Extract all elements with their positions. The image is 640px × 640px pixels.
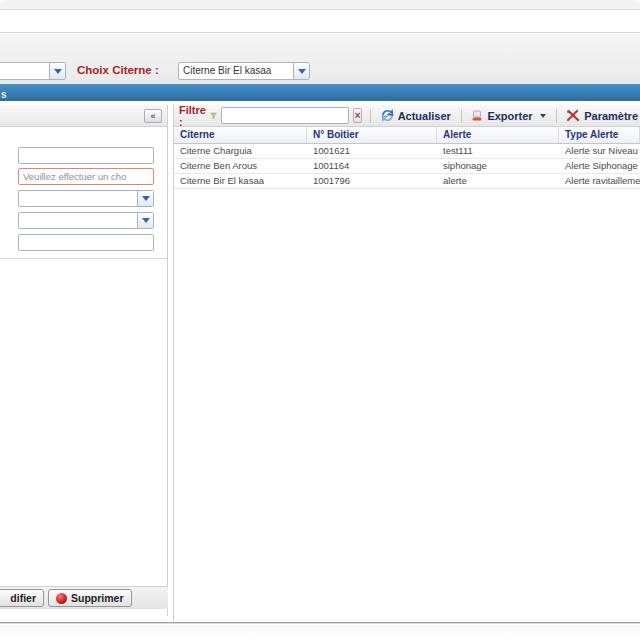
delete-button[interactable]: Supprimer xyxy=(48,589,132,607)
clear-filter-button[interactable]: × xyxy=(353,108,362,123)
refresh-button-label: Actualiser xyxy=(398,110,451,122)
form-combobox-2-value xyxy=(19,213,137,228)
section-title-bar: s xyxy=(0,84,640,101)
export-button-label: Exporter xyxy=(487,110,532,122)
form-field-5[interactable] xyxy=(18,234,154,251)
chevron-down-icon xyxy=(298,69,306,74)
window-bottom-border xyxy=(0,622,640,624)
column-header-citerne[interactable]: Citerne xyxy=(174,127,307,143)
column-header-type-alerte[interactable]: Type Alerte xyxy=(559,127,640,143)
cell-alerte: test111 xyxy=(437,144,559,158)
choix-citerne-label: Choix Citerne : xyxy=(77,64,159,76)
table-row[interactable]: Citerne Bir El kasaa 1001796 alerte Aler… xyxy=(174,174,640,189)
detail-form-panel: « Veuillez effectuer un cho difier xyxy=(0,105,168,616)
app-window: Choix Citerne : Citerne Bir El kasaa s «… xyxy=(0,0,640,640)
form-combobox-2[interactable] xyxy=(18,212,154,229)
modify-button-label: difier xyxy=(10,592,36,604)
left-panel-toolbar: « xyxy=(0,105,167,127)
combo-trigger-button[interactable] xyxy=(137,191,153,206)
settings-button[interactable]: Paramètre xyxy=(564,109,640,122)
form-field-invalid[interactable]: Veuillez effectuer un cho xyxy=(18,168,154,185)
delete-button-label: Supprimer xyxy=(71,592,124,604)
citerne-combobox[interactable]: Citerne Bir El kasaa xyxy=(178,62,310,80)
detail-form: Veuillez effectuer un cho xyxy=(0,127,167,259)
cell-boitier: 1001164 xyxy=(307,159,437,173)
cell-citerne: Citerne Ben Arous xyxy=(174,159,307,173)
cell-type-alerte: Alerte ravitaillemen xyxy=(559,174,640,188)
column-header-boitier[interactable]: N° Boitier xyxy=(307,127,437,143)
cell-alerte: alerte xyxy=(437,174,559,188)
cell-type-alerte: Alerte Siphonage c xyxy=(559,159,640,173)
chevron-down-icon xyxy=(142,218,150,223)
filtre-label: Filtre : xyxy=(179,104,206,128)
collapse-panel-button[interactable]: « xyxy=(144,109,162,123)
citerne-combobox-value: Citerne Bir El kasaa xyxy=(179,63,293,79)
cell-boitier: 1001796 xyxy=(307,174,437,188)
cell-citerne: Citerne Charguia xyxy=(174,144,307,158)
grid-header-row: Citerne N° Boitier Alerte Type Alerte xyxy=(174,127,640,144)
left-header-combobox[interactable] xyxy=(0,62,66,80)
cell-type-alerte: Alerte sur Niveau d xyxy=(559,144,640,158)
section-title-fragment: s xyxy=(1,89,7,100)
toolbar-separator xyxy=(370,109,371,123)
cell-alerte: siphonage xyxy=(437,159,559,173)
window-chrome-band xyxy=(0,11,640,33)
table-row[interactable]: Citerne Charguia 1001621 test111 Alerte … xyxy=(174,144,640,159)
filter-input[interactable] xyxy=(221,107,349,124)
export-button[interactable]: Exporter xyxy=(469,110,547,122)
refresh-button[interactable]: Actualiser xyxy=(379,109,453,122)
form-field-1[interactable] xyxy=(18,147,154,164)
toolbar-separator xyxy=(461,109,462,123)
toolbar-separator xyxy=(556,109,557,123)
table-row[interactable]: Citerne Ben Arous 1001164 siphonage Aler… xyxy=(174,159,640,174)
cell-boitier: 1001621 xyxy=(307,144,437,158)
alerts-grid-panel: Filtre : × Actualiser xyxy=(173,105,640,622)
refresh-icon xyxy=(381,109,394,122)
main-content: « Veuillez effectuer un cho difier xyxy=(0,101,640,622)
export-icon xyxy=(471,110,483,122)
column-header-alerte[interactable]: Alerte xyxy=(437,127,559,143)
app-header-toolbar xyxy=(0,34,640,84)
chevron-down-icon xyxy=(142,196,150,201)
chevron-down-icon xyxy=(54,69,62,74)
left-panel-footer: difier Supprimer xyxy=(0,586,168,609)
window-chrome-top xyxy=(0,0,640,10)
grid-toolbar: Filtre : × Actualiser xyxy=(174,105,640,127)
left-header-combobox-value xyxy=(0,63,49,79)
settings-button-label: Paramètre xyxy=(584,110,638,122)
combo-trigger-button[interactable] xyxy=(137,213,153,228)
window-bottom-area xyxy=(0,625,640,640)
form-combobox-1[interactable] xyxy=(18,190,154,207)
combo-trigger-button[interactable] xyxy=(293,63,309,79)
form-combobox-1-value xyxy=(19,191,137,206)
cell-citerne: Citerne Bir El kasaa xyxy=(174,174,307,188)
modify-button[interactable]: difier xyxy=(0,589,44,607)
tools-icon xyxy=(566,109,580,122)
combo-trigger-button[interactable] xyxy=(49,63,65,79)
export-menu-caret-icon[interactable] xyxy=(540,114,546,118)
filter-funnel-icon xyxy=(210,109,217,122)
delete-icon xyxy=(56,593,67,604)
